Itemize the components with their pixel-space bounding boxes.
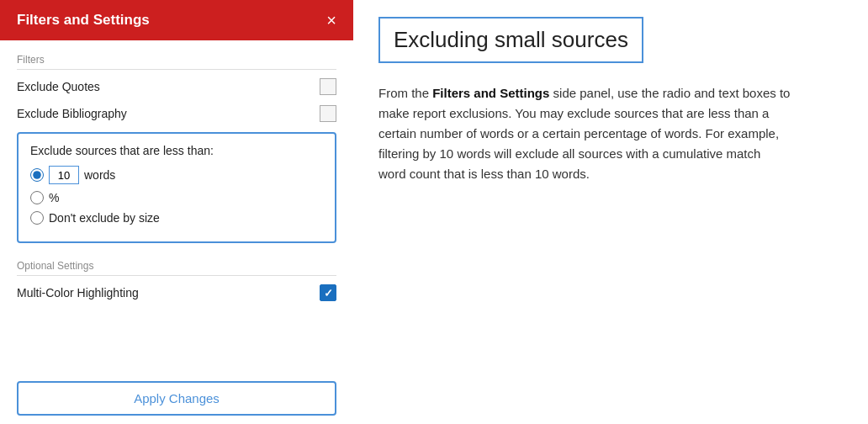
exclude-quotes-checkbox[interactable] (320, 78, 336, 95)
words-label: words (84, 168, 115, 182)
help-description: From the Filters and Settings side panel… (378, 83, 791, 184)
exclude-bibliography-row: Exclude Bibliography (17, 105, 336, 122)
exclude-quotes-label: Exclude Quotes (17, 80, 100, 93)
panel-title: Filters and Settings (17, 12, 150, 29)
exclude-bibliography-label: Exclude Bibliography (17, 107, 127, 120)
filters-section-label: Filters (17, 54, 336, 70)
close-button[interactable]: × (326, 12, 336, 29)
exclude-bibliography-checkbox[interactable] (320, 105, 336, 122)
checkmark-icon: ✓ (324, 287, 333, 299)
exclude-sources-box: Exclude sources that are less than: word… (17, 132, 336, 243)
help-panel: Excluding small sources From the Filters… (353, 0, 868, 424)
optional-section-label: Optional Settings (17, 260, 336, 276)
panel-body: Filters Exclude Quotes Exclude Bibliogra… (0, 40, 353, 364)
no-exclude-radio[interactable] (30, 211, 44, 225)
words-radio[interactable] (30, 168, 44, 182)
filters-panel: Filters and Settings × Filters Exclude Q… (0, 0, 353, 424)
help-text-part1: From the (378, 86, 432, 100)
words-radio-row: words (30, 166, 323, 184)
multicolor-row: Multi-Color Highlighting ✓ (17, 284, 336, 301)
exclude-quotes-row: Exclude Quotes (17, 78, 336, 95)
percent-label: % (49, 191, 59, 204)
multicolor-label: Multi-Color Highlighting (17, 286, 139, 299)
exclude-sources-title: Exclude sources that are less than: (30, 144, 323, 157)
no-exclude-radio-row: Don't exclude by size (30, 211, 323, 225)
no-exclude-label: Don't exclude by size (49, 211, 160, 225)
percent-radio[interactable] (30, 191, 44, 204)
percent-radio-row: % (30, 191, 323, 204)
optional-section: Optional Settings Multi-Color Highlighti… (17, 260, 336, 301)
help-text-bold: Filters and Settings (432, 86, 549, 100)
words-input[interactable] (49, 166, 79, 184)
panel-header: Filters and Settings × (0, 0, 353, 40)
help-title: Excluding small sources (378, 17, 643, 63)
multicolor-checkbox[interactable]: ✓ (320, 284, 336, 301)
apply-changes-button[interactable]: Apply Changes (17, 381, 336, 416)
